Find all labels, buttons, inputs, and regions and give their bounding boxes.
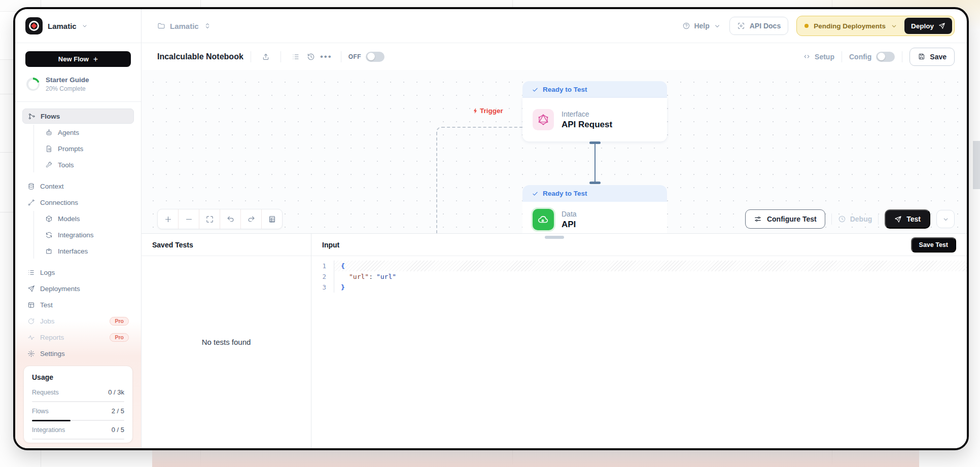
- starter-guide[interactable]: Starter Guide 20% Complete: [26, 76, 130, 92]
- undo-button[interactable]: [220, 209, 240, 229]
- cloud-api-icon: [533, 209, 554, 230]
- code-token: "url": [349, 273, 369, 280]
- node-status-text: Ready to Test: [543, 86, 587, 93]
- api-docs-icon: [737, 22, 745, 30]
- save-test-button[interactable]: Save Test: [911, 237, 956, 253]
- pending-dot-icon: [804, 24, 809, 28]
- sidebar-item-connections[interactable]: Connections: [22, 195, 134, 210]
- help-menu[interactable]: Help: [682, 22, 721, 30]
- sidebar-header: Lamatic: [15, 9, 141, 43]
- redo-button[interactable]: [241, 209, 261, 229]
- input-json-editor[interactable]: 1 { 2 "url":"url" 3 }: [311, 256, 967, 448]
- usage-title: Usage: [32, 373, 124, 381]
- pro-badge: Pro: [110, 317, 129, 326]
- debug-label: Debug: [850, 215, 872, 223]
- config-toggle[interactable]: [876, 52, 895, 62]
- flow-title[interactable]: Incalculable Notebook: [157, 52, 243, 61]
- canvas-toolbar: [157, 209, 283, 229]
- sidebar-item-flows[interactable]: Flows: [22, 109, 134, 124]
- config-toggle-group[interactable]: Config: [849, 52, 895, 62]
- pending-deployments-label: Pending Deployments: [814, 22, 886, 30]
- deploy-button[interactable]: Deploy: [904, 18, 952, 34]
- zoom-in-button[interactable]: [158, 209, 178, 229]
- new-flow-button[interactable]: New Flow +: [25, 51, 131, 67]
- sidebar-item-models[interactable]: Models: [40, 211, 134, 226]
- flow-status-label: OFF: [348, 53, 361, 60]
- list-icon: [292, 53, 300, 61]
- zoom-out-button[interactable]: [179, 209, 199, 229]
- code-line[interactable]: 2 "url":"url": [311, 271, 967, 282]
- sidebar-item-settings[interactable]: Settings: [22, 346, 134, 361]
- version-history-button[interactable]: [303, 49, 319, 64]
- save-icon: [918, 53, 925, 60]
- notes-button[interactable]: [262, 209, 282, 229]
- input-title: Input: [322, 241, 339, 249]
- trigger-label: Trigger: [472, 107, 503, 115]
- node-card[interactable]: Data API: [522, 202, 667, 233]
- sidebar-item-jobs[interactable]: Jobs Pro: [22, 313, 134, 329]
- folder-icon: [157, 22, 165, 30]
- input-header: Input Save Test: [311, 234, 967, 256]
- test-dropdown-button[interactable]: [936, 210, 955, 228]
- ellipsis-icon: •••: [320, 54, 332, 59]
- sidebar-item-deployments[interactable]: Deployments: [22, 281, 134, 296]
- node-data-api[interactable]: Ready to Test Data API: [522, 185, 667, 233]
- sidebar-item-integrations[interactable]: Integrations: [40, 227, 134, 242]
- node-status-text: Ready to Test: [543, 190, 587, 197]
- node-api-request[interactable]: Ready to Test Interface API Request: [522, 81, 667, 141]
- sliders-icon: [754, 215, 762, 223]
- node-card[interactable]: Interface API Request: [522, 98, 667, 141]
- flow-enable-toggle[interactable]: [366, 52, 384, 62]
- save-button[interactable]: Save: [909, 48, 955, 66]
- deploy-label: Deploy: [911, 22, 934, 30]
- saved-tests-pane: Saved Tests No tests found: [142, 234, 311, 448]
- main-area: Lamatic Help API Docs Pending Deployment…: [142, 9, 967, 448]
- logs-icon: [27, 269, 35, 276]
- line-number: 2: [311, 273, 334, 280]
- sidebar-item-test[interactable]: Test: [22, 297, 134, 312]
- code-line[interactable]: 1 {: [311, 261, 967, 271]
- test-button[interactable]: Test: [885, 209, 930, 229]
- jobs-icon: [27, 317, 35, 325]
- app-window: Lamatic New Flow + Starter Guide 20% Com…: [13, 7, 969, 450]
- setup-button[interactable]: Setup: [803, 53, 834, 61]
- panel-resize-handle[interactable]: [545, 236, 564, 239]
- pending-deployments-pill[interactable]: Pending Deployments Deploy: [796, 16, 955, 36]
- sidebar-item-prompts[interactable]: Prompts: [40, 141, 134, 156]
- configure-test-button[interactable]: Configure Test: [745, 209, 825, 229]
- project-breadcrumb[interactable]: Lamatic: [157, 22, 212, 30]
- sidebar-item-reports[interactable]: Reports Pro: [22, 330, 134, 345]
- workspace-name[interactable]: Lamatic: [48, 22, 77, 30]
- code-token: {: [341, 262, 345, 270]
- test-toolbar: Configure Test Debug Test: [745, 209, 955, 229]
- usage-row-flows: Flows 2 / 5: [32, 402, 124, 421]
- flow-canvas[interactable]: Incalculable Notebook ••• OFF: [142, 43, 967, 233]
- sidebar-item-tools[interactable]: Tools: [40, 157, 134, 172]
- sidebar-item-interfaces[interactable]: Interfaces: [40, 243, 134, 259]
- share-flow-button[interactable]: [258, 49, 273, 64]
- saved-tests-title: Saved Tests: [152, 241, 193, 249]
- sidebar-item-logs[interactable]: Logs: [22, 265, 134, 280]
- fit-view-icon: [205, 215, 214, 224]
- bolt-icon: [472, 107, 479, 114]
- new-flow-label: New Flow: [58, 55, 89, 63]
- fit-view-button[interactable]: [199, 209, 220, 229]
- nav-label: Prompts: [58, 145, 83, 153]
- redo-icon: [247, 215, 256, 224]
- undo-icon: [226, 215, 235, 224]
- notes-icon: [268, 215, 276, 224]
- chevron-down-icon[interactable]: [82, 23, 88, 29]
- usage-label: Integrations: [32, 426, 65, 434]
- nav-label: Deployments: [40, 285, 80, 293]
- more-options-button[interactable]: •••: [319, 49, 334, 64]
- nav-label: Settings: [40, 350, 65, 357]
- code-line[interactable]: 3 }: [311, 282, 967, 293]
- usage-value: 2 / 5: [112, 407, 124, 415]
- sidebar-item-context[interactable]: Context: [22, 178, 134, 194]
- flow-list-button[interactable]: [288, 49, 303, 64]
- sidebar-item-agents[interactable]: Agents: [40, 125, 134, 140]
- empty-tests-message: No tests found: [202, 338, 251, 346]
- test-panel: Saved Tests No tests found Input Save Te…: [142, 233, 967, 448]
- debug-button[interactable]: Debug: [838, 215, 872, 223]
- api-docs-button[interactable]: API Docs: [729, 17, 788, 35]
